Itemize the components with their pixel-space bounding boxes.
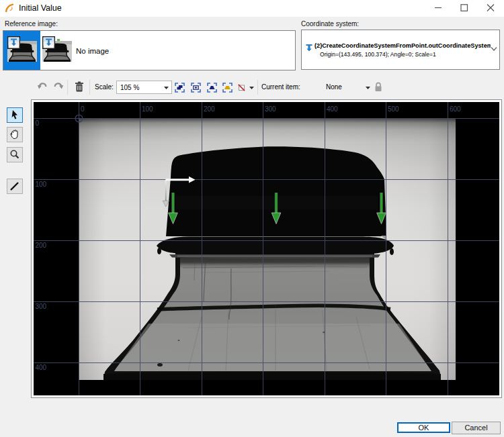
svg-text:400: 400 (327, 105, 338, 113)
svg-text:0: 0 (81, 105, 85, 113)
svg-text:600: 600 (450, 105, 461, 113)
svg-text:400: 400 (36, 364, 47, 371)
svg-text:100: 100 (142, 105, 153, 113)
svg-text:200: 200 (36, 242, 47, 249)
svg-text:500: 500 (388, 105, 399, 113)
svg-text:300: 300 (36, 303, 47, 310)
svg-text:0: 0 (36, 119, 40, 127)
svg-text:100: 100 (36, 181, 47, 188)
svg-text:300: 300 (265, 105, 276, 113)
svg-text:200: 200 (204, 105, 215, 113)
